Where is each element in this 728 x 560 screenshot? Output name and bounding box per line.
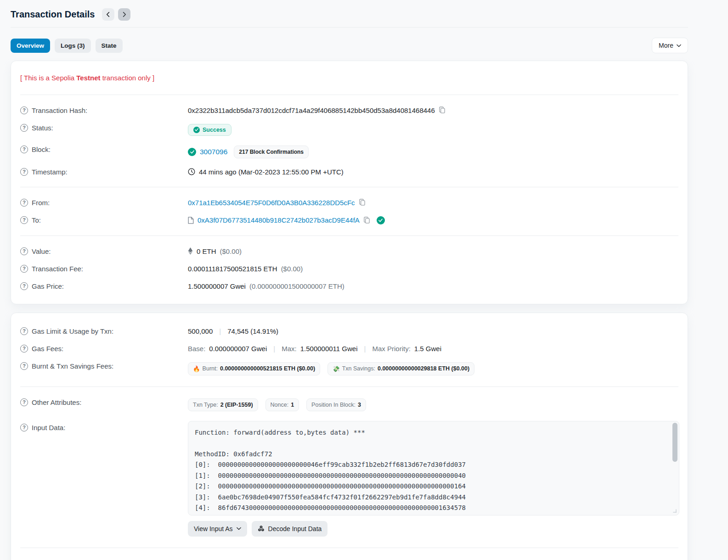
max-priority-fee-label: Max Priority:: [372, 345, 410, 353]
help-icon[interactable]: ?: [20, 146, 28, 153]
resize-grip-icon[interactable]: [673, 509, 676, 512]
nonce-badge: Nonce: 1: [265, 398, 299, 411]
status-label-group: ? Status:: [20, 124, 188, 132]
value-label: Value:: [32, 247, 51, 255]
txn-type-badge-value: 2 (EIP-1559): [220, 402, 253, 408]
status-label: Status:: [32, 124, 53, 132]
help-icon[interactable]: ?: [20, 199, 28, 207]
ethereum-icon: [188, 247, 193, 255]
tab-overview[interactable]: Overview: [11, 39, 50, 53]
copy-icon: [363, 217, 370, 224]
max-fee-value: 1.500000011 Gwei: [300, 345, 358, 353]
help-icon[interactable]: ?: [20, 282, 28, 290]
separator: |: [361, 345, 369, 353]
decode-icon: [258, 525, 265, 532]
transaction-fee-row: ? Transaction Fee: 0.000111817500521815 …: [20, 260, 678, 277]
gas-price-label-group: ? Gas Price:: [20, 282, 188, 290]
contract-success-check-icon: [377, 216, 385, 224]
more-details-row: More Details: — Click to show less: [20, 554, 678, 560]
block-finalized-check-icon: [188, 148, 196, 156]
burnt-fee-badge-label: Burnt:: [203, 365, 218, 372]
view-input-as-label: View Input As: [194, 525, 233, 532]
input-data-text: Function: forward(address to,bytes data)…: [195, 427, 667, 515]
chevron-right-icon: [122, 12, 127, 17]
divider: [20, 548, 678, 548]
txn-savings-badge-label: Txn Savings:: [342, 365, 375, 372]
input-data-textarea[interactable]: Function: forward(address to,bytes data)…: [188, 421, 679, 515]
input-data-scrollbar[interactable]: [672, 423, 677, 515]
block-label-group: ? Block:: [20, 146, 188, 153]
from-address-link[interactable]: 0x71a1Eb6534054E75F0D6fD0A3B0A336228DD5c…: [188, 199, 355, 207]
decode-input-data-label: Decode Input Data: [268, 525, 322, 532]
copy-to-address-button[interactable]: [363, 217, 370, 224]
other-attributes-label-group: ? Other Attributes:: [20, 398, 188, 406]
position-in-block-badge: Position In Block: 3: [306, 398, 366, 411]
input-data-actions: View Input As Decode Input Data: [188, 521, 679, 537]
txn-savings-badge: 💸 Txn Savings: 0.00000000000029818 ETH (…: [327, 362, 474, 375]
copy-icon: [359, 199, 366, 206]
gas-price-eth: (0.000000001500000007 ETH): [249, 282, 344, 290]
block-number-link[interactable]: 3007096: [200, 148, 227, 156]
help-icon[interactable]: ?: [20, 168, 28, 176]
divider: [20, 386, 678, 387]
help-icon[interactable]: ?: [20, 216, 28, 224]
burnt-fees-label-group: ? Burnt & Txn Savings Fees:: [20, 362, 188, 370]
help-icon[interactable]: ?: [20, 106, 28, 114]
previous-transaction-button[interactable]: [102, 8, 114, 21]
status-badge-label: Success: [203, 127, 226, 133]
transaction-details-page: Transaction Details Overview Logs (3) St…: [11, 6, 688, 560]
copy-icon: [439, 106, 446, 114]
transaction-fee-usd: ($0.00): [281, 265, 303, 273]
base-fee-value: 0.000000007 Gwei: [209, 345, 267, 353]
to-address-link[interactable]: 0xA3f07D6773514480b918C2742b027b3acD9E44…: [198, 216, 360, 224]
max-priority-fee-value: 1.5 Gwei: [414, 345, 441, 353]
tabs-row: Overview Logs (3) State More: [11, 38, 688, 53]
help-icon[interactable]: ?: [20, 362, 28, 370]
more-dropdown-button[interactable]: More: [652, 38, 688, 53]
value-usd: ($0.00): [220, 247, 242, 255]
next-transaction-button[interactable]: [118, 8, 130, 21]
to-row: ? To: 0xA3f07D6773514480b918C2742b027b3a…: [20, 211, 678, 229]
clock-icon: [188, 168, 195, 175]
burnt-fee-badge: 🔥 Burnt: 0.000000000000521815 ETH ($0.00…: [188, 362, 320, 375]
divider: [20, 187, 678, 187]
burnt-fee-badge-value: 0.000000000000521815 ETH ($0.00): [220, 365, 315, 372]
separator: |: [271, 345, 278, 353]
copy-transaction-hash-button[interactable]: [439, 106, 446, 114]
transaction-hash-row: ? Transaction Hash: 0x2322b311adcb5da737…: [20, 101, 678, 119]
help-icon[interactable]: ?: [20, 247, 28, 255]
from-label: From:: [32, 199, 50, 207]
tab-state[interactable]: State: [96, 39, 123, 53]
page-title: Transaction Details: [11, 9, 95, 20]
gas-limit-row: ? Gas Limit & Usage by Txn: 500,000 | 74…: [20, 322, 678, 340]
other-attributes-label: Other Attributes:: [32, 398, 81, 406]
fire-icon: 🔥: [193, 365, 200, 372]
decode-input-data-button[interactable]: Decode Input Data: [252, 521, 328, 537]
help-icon[interactable]: ?: [20, 327, 28, 335]
to-label-group: ? To:: [20, 216, 188, 224]
position-in-block-badge-value: 3: [358, 402, 361, 408]
testnet-notice-bold: Testnet: [76, 74, 100, 82]
input-data-row: ? Input Data: Function: forward(address …: [20, 416, 678, 541]
help-icon[interactable]: ?: [20, 398, 28, 406]
divider: [20, 235, 678, 236]
transaction-hash-value: 0x2322b311adcb5da737d012cdcf71a4a29f4068…: [188, 106, 435, 114]
money-wings-icon: 💸: [333, 365, 340, 372]
block-row: ? Block: 3007096 217 Block Confirmations: [20, 140, 678, 163]
testnet-notice: [ This is a Sepolia Testnet transaction …: [20, 70, 678, 88]
testnet-notice-suffix: transaction only ]: [101, 74, 155, 82]
to-label: To:: [32, 216, 41, 224]
gas-fees-label-group: ? Gas Fees:: [20, 345, 188, 353]
scrollbar-thumb[interactable]: [672, 423, 677, 462]
position-in-block-badge-label: Position In Block:: [311, 402, 356, 408]
help-icon[interactable]: ?: [20, 265, 28, 273]
help-icon[interactable]: ?: [20, 424, 28, 431]
help-icon[interactable]: ?: [20, 124, 28, 132]
burnt-fees-row: ? Burnt & Txn Savings Fees: 🔥 Burnt: 0.0…: [20, 357, 678, 380]
view-input-as-button[interactable]: View Input As: [188, 521, 247, 537]
copy-from-address-button[interactable]: [359, 199, 366, 206]
divider: [20, 95, 678, 95]
overview-card: [ This is a Sepolia Testnet transaction …: [11, 61, 688, 304]
tab-logs[interactable]: Logs (3): [55, 39, 91, 53]
help-icon[interactable]: ?: [20, 345, 28, 353]
